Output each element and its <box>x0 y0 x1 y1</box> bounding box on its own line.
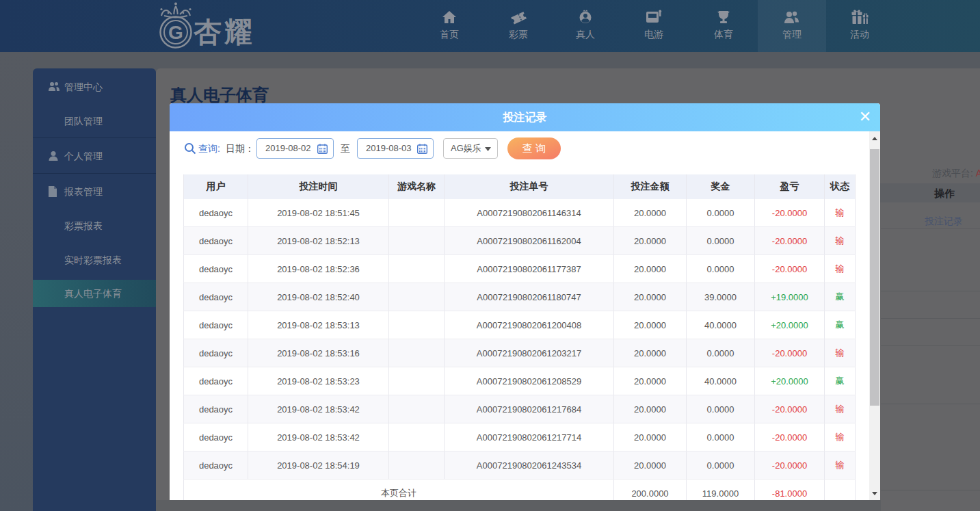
svg-text:杏耀: 杏耀 <box>193 16 255 48</box>
svg-text:G: G <box>168 22 183 43</box>
